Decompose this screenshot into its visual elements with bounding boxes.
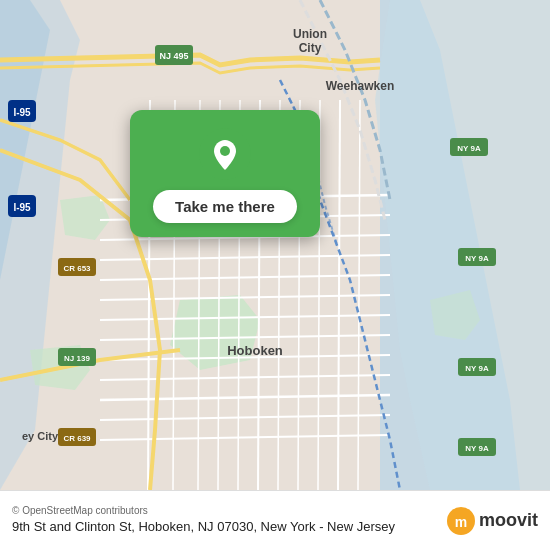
svg-text:NY 9A: NY 9A [465,444,489,453]
footer-left: © OpenStreetMap contributors 9th St and … [12,505,447,536]
svg-text:Weehawken: Weehawken [326,79,394,93]
footer: © OpenStreetMap contributors 9th St and … [0,490,550,550]
svg-text:I-95: I-95 [13,202,31,213]
svg-text:ey City: ey City [22,430,59,442]
moovit-brand-text: moovit [479,510,538,531]
svg-text:I-95: I-95 [13,107,31,118]
svg-text:NY 9A: NY 9A [465,254,489,263]
location-pin-icon [199,128,251,180]
moovit-logo: m moovit [447,507,538,535]
svg-text:City: City [299,41,322,55]
map-container: I-95 I-95 NJ 495 CR 653 NJ 139 CR 639 NY… [0,0,550,490]
svg-point-53 [220,146,230,156]
svg-text:NJ 139: NJ 139 [64,354,90,363]
overlay-card: Take me there [130,110,320,237]
svg-text:CR 653: CR 653 [63,264,91,273]
svg-text:NJ 495: NJ 495 [159,51,188,61]
svg-text:Union: Union [293,27,327,41]
svg-text:NY 9A: NY 9A [457,144,481,153]
address-text: 9th St and Clinton St, Hoboken, NJ 07030… [12,519,447,536]
osm-credit: © OpenStreetMap contributors [12,505,447,516]
svg-text:CR 639: CR 639 [63,434,91,443]
moovit-logo-icon: m [447,507,475,535]
svg-text:m: m [455,514,467,530]
take-me-there-button[interactable]: Take me there [153,190,297,223]
svg-text:NY 9A: NY 9A [465,364,489,373]
svg-text:Hoboken: Hoboken [227,343,283,358]
